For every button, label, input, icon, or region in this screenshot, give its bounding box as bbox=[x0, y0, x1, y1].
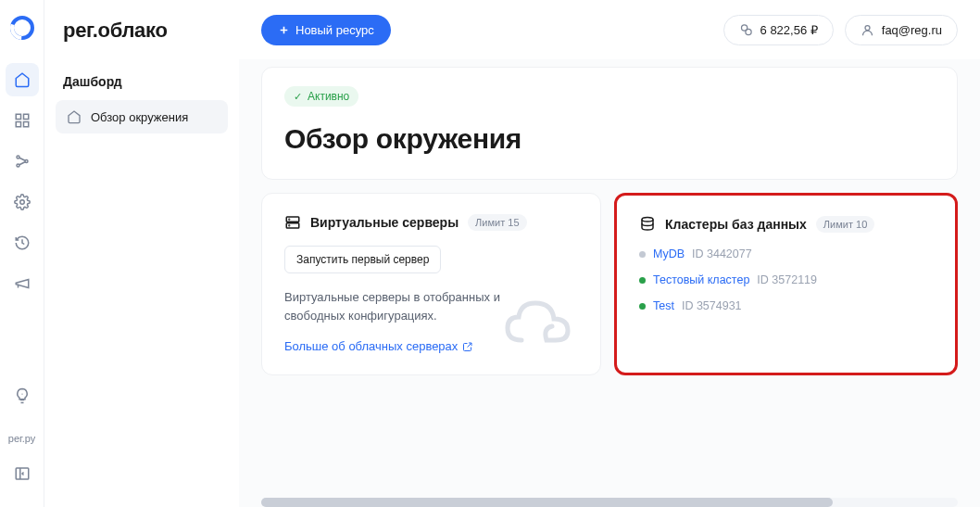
db-name-link[interactable]: Test bbox=[653, 299, 674, 312]
db-item: Test ID 3574931 bbox=[639, 299, 933, 312]
sidebar-item-overview[interactable]: Обзор окружения bbox=[56, 100, 228, 133]
main: Новый ресурс 6 822,56 ₽ faq@reg.ru Актив… bbox=[239, 0, 980, 507]
topbar: Новый ресурс 6 822,56 ₽ faq@reg.ru bbox=[239, 0, 980, 59]
cloud-decoration-icon bbox=[498, 289, 582, 358]
server-icon bbox=[284, 214, 301, 231]
db-list: MyDB ID 3442077 Тестовый кластер ID 3572… bbox=[639, 247, 933, 312]
svg-point-6 bbox=[17, 156, 19, 158]
rail-collapse-icon[interactable] bbox=[6, 457, 39, 490]
wallet-icon bbox=[739, 23, 753, 37]
status-badge: Активно bbox=[284, 86, 358, 107]
rail-brand-text[interactable]: рег.ру bbox=[8, 433, 35, 444]
dbclusters-limit: Лимит 10 bbox=[816, 216, 874, 233]
svg-rect-4 bbox=[16, 122, 20, 127]
svg-point-9 bbox=[19, 200, 24, 205]
vservers-description: Виртуальные серверы в отобранных и свобо… bbox=[284, 288, 507, 324]
svg-point-8 bbox=[17, 164, 19, 167]
user-pill[interactable]: faq@reg.ru bbox=[845, 15, 958, 45]
horizontal-scrollbar[interactable] bbox=[261, 498, 958, 507]
db-id: ID 3574931 bbox=[682, 299, 742, 312]
logo-icon[interactable] bbox=[9, 15, 35, 41]
db-id: ID 3442077 bbox=[692, 247, 752, 260]
balance-pill[interactable]: 6 822,56 ₽ bbox=[723, 15, 834, 45]
db-clusters-card: Кластеры баз данных Лимит 10 MyDB ID 344… bbox=[614, 193, 958, 375]
icon-rail: рег.ру bbox=[0, 0, 44, 507]
db-id: ID 3572119 bbox=[757, 273, 817, 286]
svg-point-13 bbox=[865, 25, 870, 30]
user-icon bbox=[861, 23, 874, 37]
rail-grid-icon[interactable] bbox=[6, 104, 39, 137]
launch-server-button[interactable]: Запустить первый сервер bbox=[284, 246, 441, 273]
rail-home-icon[interactable] bbox=[6, 63, 39, 96]
rail-help-icon[interactable] bbox=[6, 379, 39, 412]
virtual-servers-card: Виртуальные серверы Лимит 15 Запустить п… bbox=[261, 193, 601, 375]
status-dot-icon bbox=[639, 251, 646, 258]
rail-history-icon[interactable] bbox=[6, 226, 39, 260]
brand-title: рег.облако bbox=[63, 19, 228, 43]
db-item: MyDB ID 3442077 bbox=[639, 247, 933, 260]
sidebar: рег.облако Дашборд Обзор окружения bbox=[44, 0, 239, 507]
status-dot-icon bbox=[639, 303, 646, 310]
svg-point-16 bbox=[289, 219, 290, 220]
external-link-icon bbox=[462, 341, 473, 352]
vservers-limit: Лимит 15 bbox=[468, 214, 526, 231]
svg-rect-3 bbox=[23, 114, 28, 119]
rail-megaphone-icon[interactable] bbox=[6, 267, 39, 300]
rail-network-icon[interactable] bbox=[6, 145, 39, 178]
svg-rect-2 bbox=[16, 114, 20, 119]
svg-rect-5 bbox=[23, 122, 28, 127]
status-dot-icon bbox=[639, 277, 646, 284]
sidebar-item-label: Обзор окружения bbox=[91, 110, 188, 124]
rail-gear-icon[interactable] bbox=[6, 185, 39, 219]
svg-point-18 bbox=[642, 218, 653, 222]
page-title: Обзор окружения bbox=[284, 123, 935, 155]
plus-icon bbox=[278, 24, 290, 36]
header-card: Активно Обзор окружения bbox=[261, 67, 958, 180]
vservers-title: Виртуальные серверы bbox=[310, 215, 459, 230]
svg-point-17 bbox=[289, 225, 290, 226]
vservers-more-link[interactable]: Больше об облачных серверах bbox=[284, 339, 473, 353]
database-icon bbox=[639, 216, 656, 233]
svg-point-12 bbox=[745, 29, 750, 34]
db-name-link[interactable]: MyDB bbox=[653, 247, 685, 260]
new-resource-button[interactable]: Новый ресурс bbox=[261, 15, 391, 45]
svg-point-7 bbox=[25, 160, 28, 163]
dbclusters-title: Кластеры баз данных bbox=[665, 217, 807, 232]
db-name-link[interactable]: Тестовый кластер bbox=[653, 273, 749, 286]
home-icon bbox=[67, 109, 82, 124]
db-item: Тестовый кластер ID 3572119 bbox=[639, 273, 933, 286]
sidebar-section-title: Дашборд bbox=[63, 74, 228, 89]
